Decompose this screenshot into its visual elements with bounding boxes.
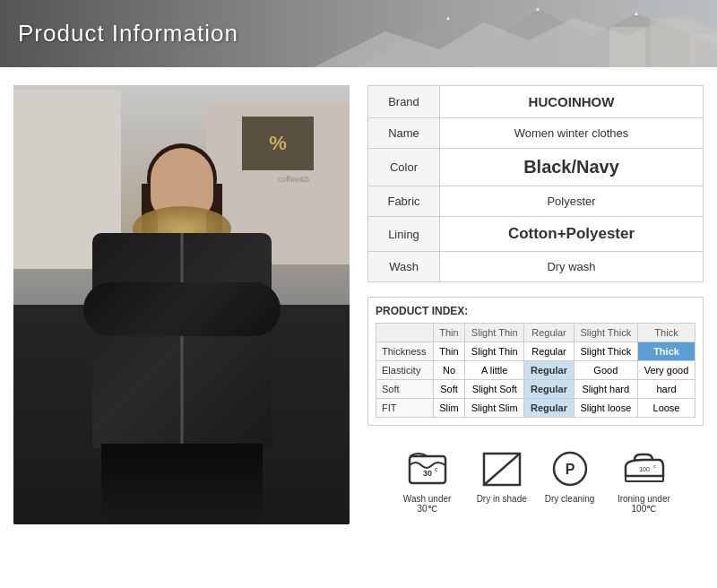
index-cell: Good [574, 361, 637, 380]
index-header-slight-thick: Slight Thick [574, 324, 637, 342]
label-fabric: Fabric [368, 186, 440, 217]
index-cell: Slight Thin [465, 342, 524, 361]
care-item-dry-shade: Dry in shade [477, 449, 527, 504]
table-row: Name Women winter clothes [368, 118, 704, 149]
index-row-soft: Soft Soft Slight Soft Regular Slight har… [376, 380, 695, 399]
index-cell-highlight: Regular [524, 380, 574, 399]
index-cell: Slim [433, 399, 464, 418]
index-header-slight-thin: Slight Thin [465, 324, 524, 342]
label-wash: Wash [368, 252, 440, 282]
value-name: Women winter clothes [440, 118, 704, 149]
index-cell: Very good [638, 361, 695, 380]
index-header-row: Thin Slight Thin Regular Slight Thick Th… [376, 324, 695, 342]
page-title: Product Information [18, 20, 238, 48]
index-cell: Loose [638, 399, 695, 418]
main-content: % coffee&b Brand [0, 67, 717, 542]
label-brand: Brand [368, 86, 440, 118]
care-label-dry-shade: Dry in shade [477, 494, 527, 504]
index-cell: Slight Soft [465, 380, 524, 399]
product-index-section: PRODUCT INDEX: Thin Slight Thin Regular … [367, 297, 704, 426]
product-info-panel: Brand HUCOINHOW Name Women winter clothe… [367, 85, 704, 524]
care-instructions: 30 c Wash under 30℃ Dry in shade [367, 440, 704, 518]
model-figure: % coffee&b [13, 85, 350, 524]
index-header-regular: Regular [524, 324, 574, 342]
svg-rect-8 [690, 34, 717, 67]
svg-text:c: c [653, 463, 656, 469]
care-item-wash: 30 c Wash under 30℃ [396, 449, 459, 514]
dry-clean-icon: P [548, 449, 592, 489]
pants [101, 444, 263, 524]
svg-rect-7 [650, 18, 695, 67]
index-cell: Slight Slim [465, 399, 524, 418]
index-row-elasticity: Elasticity No A little Regular Good Very… [376, 361, 695, 380]
iron-icon: 100 c [621, 449, 666, 489]
crossed-arms [83, 282, 281, 336]
index-label-soft: Soft [376, 380, 434, 399]
index-header-thick: Thick [638, 324, 695, 342]
label-color: Color [368, 149, 440, 186]
svg-text:P: P [565, 462, 574, 477]
person-figure [56, 148, 307, 524]
svg-rect-6 [609, 27, 645, 67]
table-row: Fabric Polyester [368, 186, 704, 217]
index-cell: No [433, 361, 464, 380]
value-color: Black/Navy [440, 149, 704, 186]
care-item-iron: 100 c Ironing under 100℃ [612, 449, 675, 514]
care-label-dry-clean: Dry cleaning [545, 494, 595, 504]
index-header-thin: Thin [433, 324, 464, 342]
wash-icon: 30 c [405, 449, 450, 489]
svg-text:30: 30 [423, 469, 432, 478]
table-row: Brand HUCOINHOW [368, 86, 704, 118]
index-cell: Slight loose [574, 399, 637, 418]
care-label-wash: Wash under 30℃ [396, 494, 459, 514]
index-cell: Soft [433, 380, 464, 399]
header-section: Product Information [0, 0, 717, 67]
index-cell: Slight Thick [574, 342, 637, 361]
index-label-thickness: Thickness [376, 342, 434, 361]
index-label-fit: FIT [376, 399, 434, 418]
index-cell: hard [638, 380, 695, 399]
index-cell: A little [465, 361, 524, 380]
svg-line-13 [484, 454, 520, 485]
index-header-empty [376, 324, 434, 342]
index-table: Thin Slight Thin Regular Slight Thick Th… [376, 323, 695, 418]
svg-text:c: c [435, 466, 438, 472]
table-row: Lining Cotton+Polyester [368, 217, 704, 252]
value-brand: HUCOINHOW [440, 86, 704, 118]
value-lining: Cotton+Polyester [440, 217, 704, 252]
table-row: Wash Dry wash [368, 252, 704, 282]
jacket-body [92, 233, 272, 448]
svg-rect-16 [626, 476, 663, 481]
table-row: Color Black/Navy [368, 149, 704, 186]
index-cell: Regular [524, 342, 574, 361]
product-details-table: Brand HUCOINHOW Name Women winter clothe… [367, 85, 704, 282]
index-title: PRODUCT INDEX: [376, 305, 695, 317]
label-name: Name [368, 118, 440, 149]
value-fabric: Polyester [440, 186, 704, 217]
index-cell: Thin [433, 342, 464, 361]
index-row-fit: FIT Slim Slight Slim Regular Slight loos… [376, 399, 695, 418]
header-mountain-decoration [314, 0, 717, 67]
index-row-thickness: Thickness Thin Slight Thin Regular Sligh… [376, 342, 695, 361]
index-cell: Slight hard [574, 380, 637, 399]
index-cell-highlight: Regular [524, 399, 574, 418]
index-label-elasticity: Elasticity [376, 361, 434, 380]
value-wash: Dry wash [440, 252, 704, 282]
svg-text:100: 100 [640, 466, 651, 472]
jacket-zipper [180, 233, 183, 448]
label-lining: Lining [368, 217, 440, 252]
product-image: % coffee&b [13, 85, 350, 524]
dry-shade-icon [479, 449, 524, 489]
index-cell-active: Thick [638, 342, 695, 361]
care-label-iron: Ironing under 100℃ [612, 494, 675, 514]
index-cell-highlight: Regular [524, 361, 574, 380]
care-item-dry-clean: P Dry cleaning [545, 449, 595, 504]
